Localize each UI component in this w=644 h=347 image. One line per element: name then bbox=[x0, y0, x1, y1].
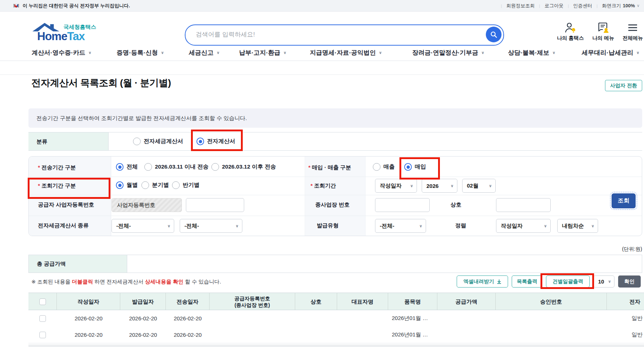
nav-item-tax-agent[interactable]: 세무대리·납세관리∨ bbox=[582, 49, 640, 57]
company-name-input[interactable] bbox=[496, 198, 551, 212]
nav-item-certs[interactable]: 증명·등록·신청∨ bbox=[117, 49, 164, 57]
logout-link[interactable]: 로그아웃 bbox=[545, 3, 563, 9]
query-button[interactable]: 조회 bbox=[612, 193, 636, 208]
search-input[interactable] bbox=[195, 26, 473, 43]
my-menu-icon bbox=[588, 21, 619, 34]
chevron-down-icon: ∨ bbox=[481, 50, 484, 55]
chevron-down-icon: ∨ bbox=[216, 50, 220, 55]
radio-quarterly[interactable]: 분기별 bbox=[141, 181, 169, 189]
row-checkbox-cell bbox=[28, 327, 57, 343]
radio-half-yearly[interactable]: 반기별 bbox=[172, 181, 200, 189]
gov-notice-text: 이 누리집은 대한민국 공식 전자정부 누리집입니다. bbox=[23, 3, 130, 9]
scroll-strip bbox=[28, 344, 644, 347]
sort-label: 정렬 bbox=[455, 222, 466, 229]
global-search-bar bbox=[185, 24, 504, 46]
sort-field-select[interactable]: 작성일자∨ bbox=[496, 219, 551, 233]
radio-e-invoice[interactable]: 전자계산서 bbox=[196, 138, 235, 145]
nav-item-tax-report[interactable]: 세금신고∨ bbox=[189, 49, 220, 57]
cell-kind: 일반 bbox=[632, 310, 644, 327]
divider: | bbox=[568, 4, 569, 8]
table-header-row: 작성일자 발급일자 전송일자 공급자등록번호 (종사업장 번호) 상호 대표자명… bbox=[28, 293, 644, 310]
nav-item-incentives[interactable]: 장려금·연말정산·기부금∨ bbox=[412, 49, 484, 57]
supplier-reg-label: 공급자 사업자등록번호 bbox=[38, 201, 94, 208]
nav-item-statements[interactable]: 지급명세·자료·공익법인∨ bbox=[310, 49, 382, 57]
my-hometax-icon bbox=[555, 21, 586, 34]
radio-transfer-before[interactable]: 2026.03.11 이내 전송 bbox=[144, 163, 208, 171]
doc-type-select-2[interactable]: -전체-∨ bbox=[180, 219, 242, 233]
row-checkbox[interactable] bbox=[39, 332, 46, 338]
cell-created: 2026-02-20 bbox=[57, 327, 120, 343]
period-basis-select[interactable]: 작성일자∨ bbox=[375, 179, 417, 193]
divider bbox=[29, 177, 642, 177]
radio-transfer-all[interactable]: 전체 bbox=[116, 163, 138, 171]
radio-selected-icon bbox=[116, 181, 124, 189]
screen-size-control[interactable]: 화면크기 100% ∨ bbox=[602, 3, 640, 9]
header-supplier-reg: 공급자등록번호 (종사업장 번호) bbox=[210, 293, 295, 311]
divider bbox=[29, 216, 642, 216]
radio-monthly[interactable]: 월별 bbox=[116, 181, 138, 189]
list-print-button[interactable]: 목록출력 bbox=[512, 275, 542, 288]
divider: | bbox=[501, 4, 502, 8]
company-name-label: 상호 bbox=[450, 201, 461, 208]
cell-sent: 2026-02-20 bbox=[166, 310, 210, 327]
table-row[interactable]: 2026-02-20 2026-02-20 2026-02-20 2026년01… bbox=[28, 310, 644, 327]
issue-type-select[interactable]: -전체-∨ bbox=[375, 219, 426, 233]
chevron-down-icon: ∨ bbox=[591, 224, 594, 228]
filter-form: *전송기간 구분 전체 2026.03.11 이내 전송 2026.03.12 … bbox=[28, 156, 642, 236]
period-year-select[interactable]: 2026∨ bbox=[422, 179, 457, 193]
total-supply-row: 총 공급가액 bbox=[28, 255, 642, 273]
divider: | bbox=[539, 4, 540, 8]
page-size-select[interactable]: 10∨ bbox=[593, 275, 614, 288]
cell-sent: 2026-02-20 bbox=[166, 327, 210, 343]
chevron-down-icon: ∨ bbox=[489, 184, 492, 188]
radio-icon bbox=[141, 181, 149, 189]
my-menu-label: 나의 메뉴 bbox=[588, 35, 619, 42]
cell-kind: 일반 bbox=[632, 327, 644, 343]
cert-center-link[interactable]: 인증센터 bbox=[573, 3, 592, 9]
table-row[interactable]: 2026-02-20 2026-02-20 2026-02-20 2026년01… bbox=[28, 327, 644, 343]
nav-item-invoices[interactable]: 계산서·영수증·카드∨ bbox=[32, 49, 91, 57]
nav-item-payment[interactable]: 납부·고지·환급∨ bbox=[239, 49, 286, 57]
info-text: 전송기간 구분을 선택하여 조회기간별로 발급한 전자세금계산서를 조회할 수 … bbox=[36, 115, 247, 122]
row-checkbox[interactable] bbox=[39, 315, 46, 322]
category-label-cell: 분류 bbox=[28, 132, 109, 150]
confirm-button[interactable]: 확인 bbox=[618, 275, 641, 288]
doc-type-select-1[interactable]: -전체-∨ bbox=[112, 219, 174, 233]
cell-item: 2026년01월 … bbox=[392, 327, 437, 343]
korea-flag-icon bbox=[13, 3, 19, 9]
screen-size-label: 화면크기 bbox=[602, 3, 621, 9]
branch-no-input[interactable] bbox=[375, 198, 430, 212]
all-menu-button[interactable]: 전체메뉴 bbox=[617, 21, 644, 42]
my-menu-button[interactable]: 나의 메뉴 bbox=[588, 21, 619, 42]
select-all-checkbox[interactable] bbox=[39, 298, 46, 305]
each-batch-print-button[interactable]: 건별일괄출력 bbox=[546, 275, 590, 288]
supplier-reg-input[interactable] bbox=[186, 198, 244, 212]
nav-item-consult[interactable]: 상담·불복·제보∨ bbox=[508, 49, 555, 57]
header-approval-no: 승인번호 bbox=[496, 293, 607, 311]
my-hometax-button[interactable]: 나의 홈택스 bbox=[555, 21, 586, 42]
total-supply-label: 총 공급가액 bbox=[37, 261, 66, 267]
chevron-down-icon: ∨ bbox=[636, 50, 640, 55]
radio-sales[interactable]: 매출 bbox=[373, 163, 395, 171]
header-item-name: 품목명 bbox=[388, 293, 437, 311]
screen-size-value: 100% bbox=[623, 3, 635, 8]
member-info-link[interactable]: 회원정보조회 bbox=[506, 3, 535, 9]
search-icon bbox=[490, 31, 498, 39]
period-type-label: *조회기간 구분 bbox=[38, 182, 76, 189]
radio-transfer-after[interactable]: 2026.03.12 이후 전송 bbox=[211, 163, 276, 171]
hometax-logo[interactable]: 국세청홈택스 HomeTax bbox=[31, 22, 108, 44]
all-menu-label: 전체메뉴 bbox=[617, 35, 644, 42]
cell-issued: 2026-02-20 bbox=[120, 310, 166, 327]
business-switch-button[interactable]: 사업자 전환 bbox=[605, 80, 642, 91]
double-click-note: ※ 조회된 내용을 더블클릭 하면 전자세금계산서 상세내용을 확인 할 수 있… bbox=[31, 278, 221, 285]
radio-tax-invoice[interactable]: 전자세금계산서 bbox=[133, 138, 183, 145]
search-button[interactable] bbox=[486, 27, 501, 42]
results-table: 작성일자 발급일자 전송일자 공급자등록번호 (종사업장 번호) 상호 대표자명… bbox=[28, 293, 644, 347]
radio-purchase[interactable]: 매입 bbox=[404, 163, 426, 171]
utility-links: | 회원정보조회 | 로그아웃 | 인증센터 | 화면크기 100% ∨ bbox=[501, 0, 640, 11]
sort-order-select[interactable]: 내림차순∨ bbox=[557, 219, 598, 233]
trade-type-label: *매입 · 매출 구분 bbox=[308, 164, 351, 171]
period-month-select[interactable]: 02월∨ bbox=[462, 179, 496, 193]
chevron-down-icon: ∨ bbox=[167, 224, 171, 228]
excel-download-button[interactable]: 엑셀내려받기 bbox=[457, 275, 508, 288]
